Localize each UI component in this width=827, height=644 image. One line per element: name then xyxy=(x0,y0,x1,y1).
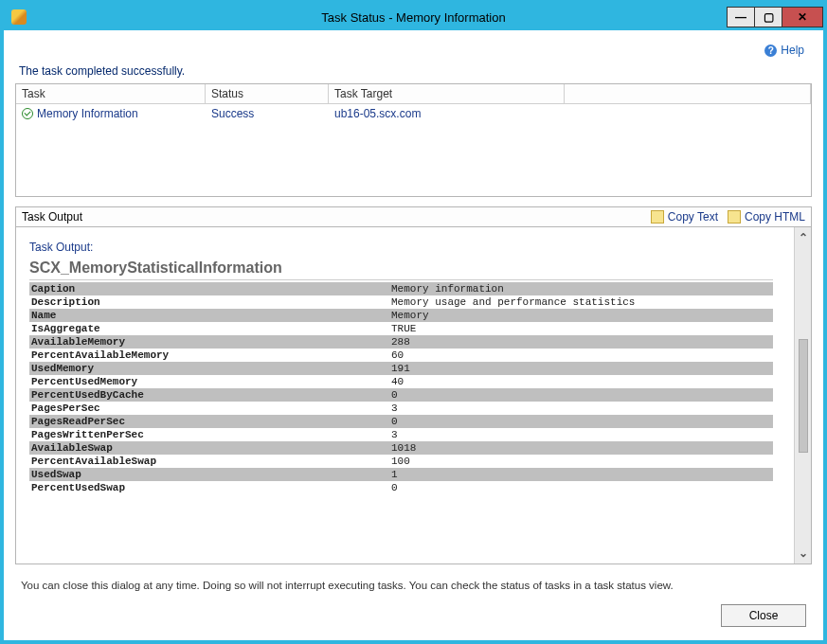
kv-value: 191 xyxy=(389,362,773,375)
window-controls: — ▢ ✕ xyxy=(728,7,823,27)
kv-row: PagesWrittenPerSec3 xyxy=(29,428,773,441)
kv-value: 1018 xyxy=(389,441,773,455)
kv-row: DescriptionMemory usage and performance … xyxy=(29,295,773,309)
kv-key: PercentAvailableMemory xyxy=(29,349,389,362)
kv-key: Name xyxy=(29,309,389,322)
scrollbar[interactable]: ⌃ ⌄ xyxy=(794,227,811,564)
kv-row: PercentAvailableSwap100 xyxy=(29,455,773,468)
kv-key: Caption xyxy=(29,282,389,295)
output-header: Task Output Copy Text Copy HTML xyxy=(15,206,812,227)
kv-key: PercentUsedSwap xyxy=(29,481,389,494)
col-header-task[interactable]: Task xyxy=(16,84,206,103)
cell-status: Success xyxy=(206,104,329,123)
app-icon xyxy=(11,9,27,25)
task-output-label: Task Output: xyxy=(29,241,773,254)
help-label: Help xyxy=(781,44,804,57)
col-header-target[interactable]: Task Target xyxy=(329,84,565,103)
kv-key: AvailableMemory xyxy=(29,335,389,349)
output-panel: Task Output: SCX_MemoryStatisticalInform… xyxy=(15,227,812,564)
status-message: The task completed successfully. xyxy=(15,59,812,83)
task-name: Memory Information xyxy=(37,107,138,120)
cell-task: Memory Information xyxy=(16,104,206,123)
kv-row: AvailableSwap1018 xyxy=(29,441,773,455)
kv-value: 100 xyxy=(389,455,773,468)
window-frame: Task Status - Memory Information — ▢ ✕ ?… xyxy=(0,0,827,644)
kv-key: IsAggregate xyxy=(29,322,389,335)
kv-key: Description xyxy=(29,295,389,309)
kv-row: AvailableMemory288 xyxy=(29,335,773,349)
help-icon: ? xyxy=(764,45,777,57)
kv-key: PagesReadPerSec xyxy=(29,415,389,428)
success-icon xyxy=(22,108,33,119)
task-table-header: Task Status Task Target xyxy=(16,84,811,104)
kv-value: 3 xyxy=(389,428,773,441)
kv-row: PagesReadPerSec0 xyxy=(29,415,773,428)
scroll-thumb[interactable] xyxy=(799,339,808,453)
table-row[interactable]: Memory Information Success ub16-05.scx.c… xyxy=(16,104,811,123)
col-header-empty xyxy=(565,84,811,103)
maximize-button[interactable]: ▢ xyxy=(754,7,782,27)
kv-row: PagesPerSec3 xyxy=(29,402,773,415)
kv-row: CaptionMemory information xyxy=(29,282,773,295)
help-link[interactable]: ?Help xyxy=(764,44,804,57)
kv-row: PercentUsedByCache0 xyxy=(29,388,773,402)
button-row: Close xyxy=(15,599,812,631)
kv-value: 1 xyxy=(389,468,773,481)
kv-value: Memory usage and performance statistics xyxy=(389,295,773,309)
kv-value: 0 xyxy=(389,481,773,494)
kv-table: CaptionMemory informationDescriptionMemo… xyxy=(29,282,773,494)
copy-html-label: Copy HTML xyxy=(745,210,805,224)
kv-row: PercentUsedSwap0 xyxy=(29,481,773,494)
kv-row: NameMemory xyxy=(29,309,773,322)
copy-icon xyxy=(651,210,664,224)
kv-value: 40 xyxy=(389,375,773,388)
minimize-button[interactable]: — xyxy=(727,7,755,27)
scroll-up-icon[interactable]: ⌃ xyxy=(799,231,808,244)
kv-key: PercentUsedByCache xyxy=(29,388,389,402)
kv-key: PercentUsedMemory xyxy=(29,375,389,388)
kv-value: 288 xyxy=(389,335,773,349)
kv-key: PercentAvailableSwap xyxy=(29,455,389,468)
copy-html-button[interactable]: Copy HTML xyxy=(728,210,805,224)
window-close-button[interactable]: ✕ xyxy=(782,7,823,27)
help-row: ?Help xyxy=(15,40,812,59)
kv-row: UsedSwap1 xyxy=(29,468,773,481)
close-button[interactable]: Close xyxy=(721,604,806,627)
kv-key: UsedMemory xyxy=(29,362,389,375)
kv-row: IsAggregateTRUE xyxy=(29,322,773,335)
col-header-status[interactable]: Status xyxy=(206,84,329,103)
footer-note: You can close this dialog at any time. D… xyxy=(15,564,812,599)
content-area: ?Help The task completed successfully. T… xyxy=(4,30,823,640)
kv-value: TRUE xyxy=(389,322,773,335)
kv-value: Memory information xyxy=(389,282,773,295)
cell-empty xyxy=(565,104,811,123)
kv-value: 0 xyxy=(389,415,773,428)
kv-key: PagesPerSec xyxy=(29,402,389,415)
output-scroll[interactable]: Task Output: SCX_MemoryStatisticalInform… xyxy=(16,227,794,564)
output-header-label: Task Output xyxy=(22,210,82,224)
copy-icon xyxy=(728,210,741,224)
cell-target: ub16-05.scx.com xyxy=(329,104,565,123)
copy-text-label: Copy Text xyxy=(668,210,718,224)
scx-title: SCX_MemoryStatisticalInformation xyxy=(29,259,773,280)
kv-key: PagesWrittenPerSec xyxy=(29,428,389,441)
kv-row: PercentAvailableMemory60 xyxy=(29,349,773,362)
task-table: Task Status Task Target Memory Informati… xyxy=(15,83,812,197)
kv-key: UsedSwap xyxy=(29,468,389,481)
scroll-down-icon[interactable]: ⌄ xyxy=(799,546,808,560)
window-title: Task Status - Memory Information xyxy=(4,10,823,25)
copy-text-button[interactable]: Copy Text xyxy=(651,210,718,224)
titlebar[interactable]: Task Status - Memory Information — ▢ ✕ xyxy=(4,4,823,30)
kv-row: UsedMemory191 xyxy=(29,362,773,375)
kv-key: AvailableSwap xyxy=(29,441,389,455)
kv-value: 60 xyxy=(389,349,773,362)
kv-value: 3 xyxy=(389,402,773,415)
kv-row: PercentUsedMemory40 xyxy=(29,375,773,388)
kv-value: Memory xyxy=(389,309,773,322)
kv-value: 0 xyxy=(389,388,773,402)
